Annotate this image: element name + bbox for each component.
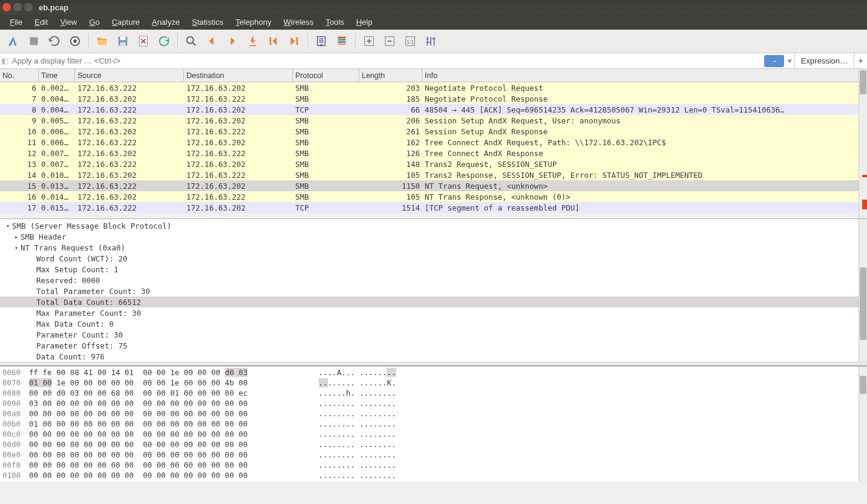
packet-row[interactable]: 70.004…172.16.63.202172.16.63.222SMB185N…	[0, 93, 867, 104]
menu-analyze[interactable]: Analyze	[146, 16, 186, 28]
hex-row[interactable]: 00b001 00 00 00 00 00 00 00 00 00 00 00 …	[2, 419, 867, 430]
close-file-icon[interactable]	[134, 31, 153, 51]
packet-row[interactable]: 80.004…172.16.63.222172.16.63.202TCP6648…	[0, 104, 867, 115]
packet-row[interactable]: 140.010…172.16.63.202172.16.63.222SMB105…	[0, 169, 867, 180]
hex-row[interactable]: 00f000 00 00 00 00 00 00 00 00 00 00 00 …	[2, 460, 867, 471]
jump-icon[interactable]	[243, 31, 263, 51]
options-icon[interactable]	[65, 31, 85, 51]
packet-row[interactable]: 160.014…172.16.63.202172.16.63.222SMB105…	[0, 191, 867, 202]
expression-button[interactable]: Expression…	[794, 53, 854, 69]
tree-node[interactable]: Parameter Count: 30	[0, 329, 867, 340]
col-length[interactable]: Length	[359, 69, 422, 82]
packet-row[interactable]: 170.015…172.16.63.222172.16.63.202TCP151…	[0, 202, 867, 213]
svg-point-7	[187, 37, 194, 44]
filter-dropdown-icon[interactable]: ▾	[785, 56, 794, 65]
packet-row[interactable]: 100.006…172.16.63.202172.16.63.222SMB261…	[0, 126, 867, 137]
window-title: eb.pcap	[39, 3, 68, 12]
zoom-out-icon[interactable]	[380, 31, 399, 51]
menu-edit[interactable]: Edit	[28, 16, 54, 28]
expand-icon[interactable]: ▸	[13, 234, 19, 240]
tree-node[interactable]: Total Parameter Count: 30	[0, 286, 867, 296]
hex-row[interactable]: 009003 00 00 00 00 00 00 00 00 00 00 00 …	[2, 399, 867, 409]
expand-icon[interactable]: ▾	[5, 223, 11, 229]
hex-row[interactable]: 00d000 00 00 00 00 00 00 00 00 00 00 00 …	[2, 440, 867, 450]
colorize-icon[interactable]	[332, 31, 352, 51]
window-close-icon[interactable]	[2, 3, 11, 11]
packet-details-pane: ▾SMB (Server Message Block Protocol)▸SMB…	[0, 218, 867, 362]
bookmark-icon[interactable]: ◧	[0, 56, 8, 65]
col-protocol[interactable]: Protocol	[293, 69, 359, 82]
svg-rect-8	[270, 38, 272, 45]
hex-row[interactable]: 0060ff fe 00 08 41 00 14 01 00 00 1e 00 …	[2, 368, 867, 378]
packet-list-scrollbar[interactable]	[859, 69, 867, 218]
hex-row[interactable]: 00e000 00 00 00 00 00 00 00 00 00 00 00 …	[2, 450, 867, 460]
tree-node[interactable]: ▾NT Trans Request (0xa0)	[0, 242, 867, 253]
first-icon[interactable]	[264, 31, 283, 51]
tree-node[interactable]: Parameter Offset: 75	[0, 340, 867, 351]
next-icon[interactable]	[223, 31, 242, 51]
save-icon[interactable]	[113, 31, 133, 51]
hex-row[interactable]: 00a000 00 00 00 00 00 00 00 00 00 00 00 …	[2, 409, 867, 419]
packet-row[interactable]: 120.007…172.16.63.202172.16.63.222SMB126…	[0, 148, 867, 159]
display-filter-input[interactable]	[8, 54, 764, 67]
tree-node[interactable]: Reserved: 0000	[0, 275, 867, 286]
col-destination[interactable]: Destination	[184, 69, 293, 82]
packet-row[interactable]: 110.006…172.16.63.222172.16.63.202SMB162…	[0, 137, 867, 148]
details-scrollbar[interactable]	[859, 219, 867, 362]
menu-view[interactable]: View	[54, 16, 83, 28]
filter-add-button[interactable]: +	[854, 53, 867, 69]
tree-node[interactable]: ▸SMB Header	[0, 231, 867, 242]
restart-icon[interactable]	[45, 31, 64, 51]
col-info[interactable]: Info	[422, 69, 867, 82]
menu-tools[interactable]: Tools	[319, 16, 350, 28]
menu-file[interactable]: File	[4, 16, 28, 28]
filter-apply-button[interactable]: →	[764, 55, 784, 67]
zoom-in-icon[interactable]	[359, 31, 379, 51]
menu-statistics[interactable]: Statistics	[186, 16, 229, 28]
col-source[interactable]: Source	[75, 69, 184, 82]
svg-rect-10	[318, 37, 326, 46]
stop-icon[interactable]	[24, 31, 44, 51]
packet-list-pane: No. Time Source Destination Protocol Len…	[0, 69, 867, 218]
packet-row[interactable]: 90.005…172.16.63.222172.16.63.202SMB206S…	[0, 115, 867, 126]
svg-text:1:1: 1:1	[407, 39, 414, 45]
menu-wireless[interactable]: Wireless	[278, 16, 320, 28]
autoscroll-icon[interactable]	[312, 31, 331, 51]
tree-node[interactable]: Max Data Count: 0	[0, 318, 867, 329]
menubar: FileEditViewGoCaptureAnalyzeStatisticsTe…	[0, 15, 867, 30]
prev-icon[interactable]	[202, 31, 221, 51]
hex-row[interactable]: 007001 00 1e 00 00 00 00 00 00 00 1e 00 …	[2, 378, 867, 388]
tree-node[interactable]: Total Data Count: 66512	[0, 296, 867, 307]
tree-node[interactable]: Max Setup Count: 1	[0, 264, 867, 275]
tree-node[interactable]: ▾SMB (Server Message Block Protocol)	[0, 220, 867, 231]
resize-columns-icon[interactable]	[421, 31, 440, 51]
expand-icon[interactable]: ▾	[13, 244, 19, 251]
menu-telephony[interactable]: Telephony	[229, 16, 277, 28]
hex-row[interactable]: 008000 00 d0 03 00 00 68 00 00 00 01 00 …	[2, 388, 867, 399]
packet-row[interactable]: 60.002…172.16.63.222172.16.63.202SMB203N…	[0, 82, 867, 93]
menu-go[interactable]: Go	[83, 16, 105, 28]
tree-node[interactable]: Max Parameter Count: 30	[0, 307, 867, 318]
shark-fin-icon[interactable]	[4, 31, 23, 51]
window-titlebar: eb.pcap	[0, 0, 867, 15]
col-time[interactable]: Time	[39, 69, 75, 82]
col-no[interactable]: No.	[0, 69, 39, 82]
bytes-scrollbar[interactable]	[859, 367, 867, 482]
hex-row[interactable]: 00c000 00 00 00 00 00 00 00 00 00 00 00 …	[2, 430, 867, 440]
window-minimize-icon[interactable]	[13, 3, 22, 11]
menu-capture[interactable]: Capture	[106, 16, 146, 28]
svg-rect-12	[338, 39, 346, 41]
hex-row[interactable]: 010000 00 00 00 00 00 00 00 00 00 00 00 …	[2, 471, 867, 481]
menu-help[interactable]: Help	[350, 16, 379, 28]
packet-row[interactable]: 130.007…172.16.63.222172.16.63.202SMB148…	[0, 159, 867, 169]
packet-bytes-pane: 0060ff fe 00 08 41 00 14 01 00 00 1e 00 …	[0, 365, 867, 482]
last-icon[interactable]	[284, 31, 304, 51]
find-icon[interactable]	[182, 31, 201, 51]
tree-node[interactable]: Word Count (WCT): 20	[0, 253, 867, 264]
zoom-reset-icon[interactable]: 1:1	[401, 31, 420, 51]
tree-node[interactable]: Data Count: 976	[0, 351, 867, 362]
reload-icon[interactable]	[154, 31, 174, 51]
open-icon[interactable]	[93, 31, 112, 51]
packet-row[interactable]: 150.013…172.16.63.222172.16.63.202SMB115…	[0, 180, 867, 191]
window-maximize-icon[interactable]	[24, 3, 33, 11]
